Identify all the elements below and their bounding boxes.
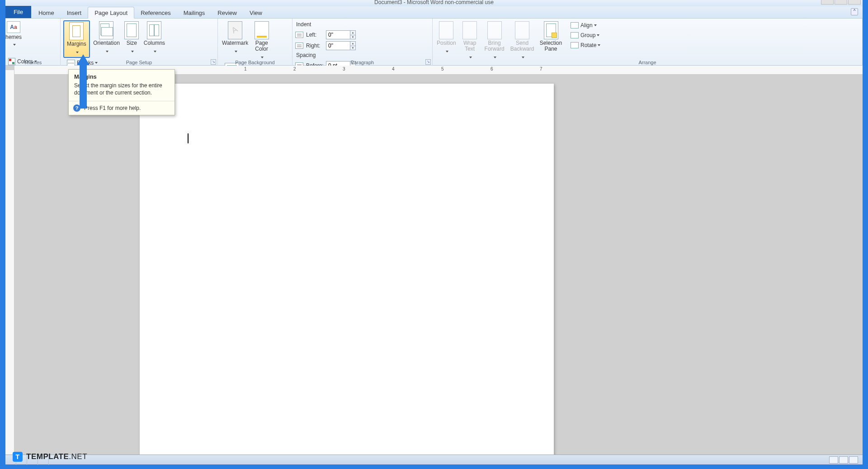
tooltip-help: ? Press F1 for more help. (69, 101, 175, 115)
chevron-down-icon (469, 57, 472, 58)
group-objects-button[interactable]: Group (569, 30, 602, 40)
spinner-down-button[interactable]: ▼ (350, 35, 355, 39)
ruler-number: 5 (441, 66, 444, 71)
tooltip-margins: Margins Select the margin sizes for the … (68, 69, 175, 115)
indent-left-input[interactable] (326, 32, 350, 38)
chevron-down-icon (76, 52, 79, 53)
chevron-down-icon (261, 57, 264, 58)
spinner-up-button[interactable]: ▲ (350, 42, 355, 46)
rotate-icon (571, 42, 579, 48)
margins-icon (69, 22, 84, 40)
group-label: Group (580, 32, 595, 38)
indent-right-input[interactable] (326, 43, 350, 49)
wrap-text-button[interactable]: Wrap Text (459, 20, 480, 62)
spacing-title: Spacing (295, 51, 363, 60)
view-button[interactable] (839, 456, 848, 464)
window-title: Document3 - Microsoft Word non-commercia… (374, 0, 494, 5)
app-window: Document3 - Microsoft Word non-commercia… (5, 0, 863, 464)
tooltip-help-text: Press F1 for more help. (84, 105, 141, 111)
page-setup-launcher[interactable]: ↘ (211, 59, 216, 65)
tab-page-layout[interactable]: Page Layout (88, 7, 134, 19)
page-color-icon (255, 21, 269, 39)
ruler-number: 4 (392, 66, 395, 71)
document-area-wrap: 1 2 3 4 5 6 7 (5, 66, 863, 455)
maximize-button[interactable] (835, 0, 847, 5)
ruler-vertical[interactable] (5, 70, 14, 455)
group-icon (571, 32, 579, 38)
document-page[interactable] (140, 84, 554, 455)
tab-mailings[interactable]: Mailings (177, 7, 212, 18)
group-page-setup: Margins Orientation Size Columns (61, 19, 218, 66)
spinner-down-button[interactable]: ▼ (350, 46, 355, 50)
document-area[interactable]: 1 2 3 4 5 6 7 (5, 66, 863, 455)
columns-icon (147, 21, 161, 39)
tab-file[interactable]: File (5, 6, 31, 18)
columns-label: Columns (144, 40, 165, 46)
size-label: Size (124, 40, 139, 46)
spinner-up-button[interactable]: ▲ (350, 31, 355, 35)
margins-button[interactable]: Margins (63, 20, 90, 58)
watermark-button[interactable]: Watermark (221, 20, 250, 56)
align-icon (571, 22, 579, 28)
watermark-icon (228, 21, 242, 39)
align-label: Align (580, 22, 593, 28)
watermark-brand: T TEMPLATE.NET (13, 452, 87, 462)
page-color-button[interactable]: Page Color (252, 20, 272, 62)
tab-home[interactable]: Home (32, 7, 61, 18)
send-backward-icon (515, 21, 529, 39)
view-button[interactable] (829, 456, 838, 464)
status-bar (5, 455, 863, 464)
indent-left-spinner[interactable]: ▲▼ (326, 30, 356, 39)
tab-references[interactable]: References (134, 7, 177, 18)
view-button[interactable] (849, 456, 858, 464)
position-button[interactable]: Position (435, 20, 458, 56)
tooltip-title: Margins (69, 70, 175, 82)
ruler-number: 1 (244, 66, 247, 71)
size-icon (124, 21, 139, 39)
indent-right-spinner[interactable]: ▲▼ (326, 41, 356, 50)
text-cursor (188, 133, 189, 143)
minimize-button[interactable] (821, 0, 834, 5)
margins-label: Margins (67, 41, 86, 47)
size-button[interactable]: Size (123, 20, 140, 56)
send-backward-button[interactable]: Send Backward (509, 20, 536, 62)
tab-view[interactable]: View (243, 7, 269, 18)
selection-pane-icon (544, 21, 558, 39)
group-arrange: Position Wrap Text Bring Forward Send Ba… (433, 19, 863, 66)
align-button[interactable]: Align (569, 20, 602, 30)
bring-forward-icon (487, 21, 502, 39)
bring-forward-button[interactable]: Bring Forward (482, 20, 507, 62)
themes-label: hemes (5, 34, 22, 40)
ribbon: Aa hemes Colors A Fonts Effects (5, 19, 863, 66)
watermark-label: Watermark (222, 40, 248, 46)
indent-left-label: Left: (306, 32, 326, 38)
window-controls (820, 0, 861, 5)
orientation-button[interactable]: Orientation (92, 20, 121, 56)
group-paragraph: Indent Left: ▲▼ Right: ▲▼ (292, 19, 433, 66)
chevron-down-icon (597, 34, 599, 36)
indent-left-icon (295, 32, 303, 38)
wrap-text-label: Wrap Text (461, 40, 479, 52)
chevron-down-icon (522, 57, 524, 58)
group-page-background-label: Page Background (218, 60, 292, 65)
themes-button[interactable]: Aa hemes (5, 20, 22, 57)
wrap-text-icon (462, 21, 477, 39)
ruler-number: 6 (491, 66, 493, 71)
rotate-button[interactable]: Rotate (569, 40, 602, 50)
ruler-number: 3 (343, 66, 345, 71)
indent-title: Indent (295, 20, 363, 29)
chevron-down-icon (131, 51, 134, 52)
orientation-label: Orientation (93, 40, 120, 46)
tab-insert[interactable]: Insert (61, 7, 88, 18)
selection-pane-button[interactable]: Selection Pane (538, 20, 564, 53)
group-themes: Aa hemes Colors A Fonts Effects (5, 19, 61, 66)
position-label: Position (437, 40, 456, 46)
chevron-down-icon (235, 51, 237, 52)
chevron-down-icon (154, 51, 156, 52)
ribbon-help-button[interactable]: ^ (851, 8, 858, 15)
paragraph-launcher[interactable]: ↘ (425, 59, 431, 65)
close-button[interactable] (848, 0, 861, 5)
bring-forward-label: Bring Forward (484, 40, 505, 52)
columns-button[interactable]: Columns (142, 20, 166, 56)
tab-review[interactable]: Review (211, 7, 243, 18)
